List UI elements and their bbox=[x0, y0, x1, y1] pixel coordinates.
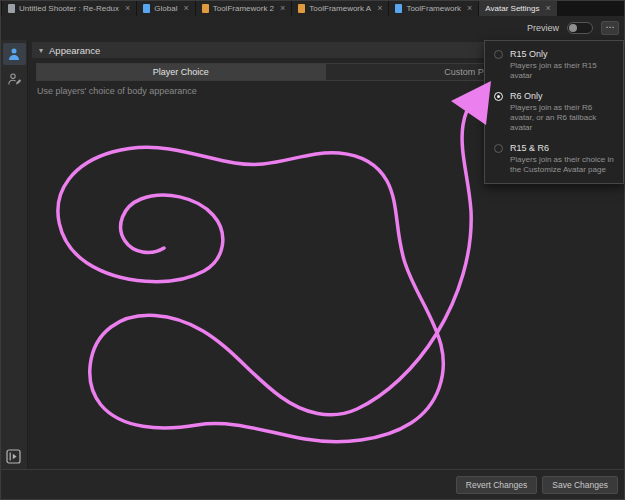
tab-label: ToolFramework A bbox=[309, 4, 371, 13]
document-tabstrip: Untitled Shooter : Re-Redux × Global × T… bbox=[1, 1, 624, 16]
sidebar-item-avatar-editor[interactable] bbox=[3, 68, 26, 90]
person-icon bbox=[7, 47, 21, 61]
revert-changes-button[interactable]: Revert Changes bbox=[456, 476, 537, 494]
option-description: Players join as their R6 avatar, or an R… bbox=[510, 103, 615, 133]
panel-expand-button[interactable] bbox=[5, 448, 22, 465]
tab-label: ToolFramework 2 bbox=[213, 4, 274, 13]
script-icon bbox=[202, 4, 209, 13]
radio-selected-icon[interactable] bbox=[494, 92, 503, 101]
appearance-hint-text: Use players' choice of body appearance bbox=[37, 86, 197, 96]
doc-tab-toolframework-a[interactable]: ToolFramework A × bbox=[292, 1, 388, 16]
option-r6-only[interactable]: R6 Only Players join as their R6 avatar,… bbox=[485, 86, 623, 138]
close-icon[interactable]: × bbox=[545, 4, 550, 13]
chevron-down-icon[interactable]: ▾ bbox=[39, 46, 43, 55]
tab-player-choice[interactable]: Player Choice bbox=[37, 64, 325, 80]
radio-icon[interactable] bbox=[494, 144, 503, 153]
tab-label: Avatar Settings bbox=[485, 4, 539, 13]
close-icon[interactable]: × bbox=[377, 4, 382, 13]
tab-label: Global bbox=[154, 4, 177, 13]
preview-toolbar: Preview ⋯ bbox=[1, 16, 624, 40]
option-description: Players join as their R15 avatar bbox=[510, 61, 615, 81]
section-title: Appearance bbox=[49, 45, 100, 56]
option-r15-and-r6[interactable]: R15 & R6 Players join as their choice in… bbox=[485, 138, 623, 180]
close-icon[interactable]: × bbox=[183, 4, 188, 13]
tab-label: Untitled Shooter : Re-Redux bbox=[19, 4, 119, 13]
preview-toggle[interactable] bbox=[567, 22, 593, 34]
script-icon bbox=[298, 4, 305, 13]
panel-expand-icon bbox=[6, 449, 21, 464]
option-title: R15 & R6 bbox=[510, 143, 615, 153]
script-icon bbox=[8, 4, 15, 13]
option-title: R6 Only bbox=[510, 91, 615, 101]
person-edit-icon bbox=[7, 72, 21, 86]
sidebar-item-avatar-appearance[interactable] bbox=[3, 43, 26, 65]
option-description: Players join as their choice in the Cust… bbox=[510, 155, 615, 175]
script-icon bbox=[143, 4, 150, 13]
toggle-knob bbox=[569, 24, 577, 32]
avatar-type-dropdown: R15 Only Players join as their R15 avata… bbox=[484, 40, 624, 184]
option-title: R15 Only bbox=[510, 49, 615, 59]
save-changes-button[interactable]: Save Changes bbox=[542, 476, 618, 494]
studio-window: Untitled Shooter : Re-Redux × Global × T… bbox=[0, 0, 625, 500]
doc-tab-toolframework-2[interactable]: ToolFramework 2 × bbox=[196, 1, 292, 16]
doc-tab-avatar-settings[interactable]: Avatar Settings × bbox=[479, 1, 556, 16]
doc-tab-toolframework[interactable]: ToolFramework × bbox=[389, 1, 478, 16]
script-icon bbox=[395, 4, 402, 13]
option-r15-only[interactable]: R15 Only Players join as their R15 avata… bbox=[485, 44, 623, 86]
close-icon[interactable]: × bbox=[467, 4, 472, 13]
radio-icon[interactable] bbox=[494, 50, 503, 59]
tab-label: ToolFramework bbox=[406, 4, 461, 13]
doc-tab-global[interactable]: Global × bbox=[137, 1, 194, 16]
close-icon[interactable]: × bbox=[280, 4, 285, 13]
close-icon[interactable]: × bbox=[125, 4, 130, 13]
footer-bar: Revert Changes Save Changes bbox=[1, 469, 624, 499]
preview-label: Preview bbox=[527, 23, 559, 33]
doc-tab-untitled-shooter[interactable]: Untitled Shooter : Re-Redux × bbox=[2, 1, 136, 16]
more-options-button[interactable]: ⋯ bbox=[601, 21, 619, 35]
settings-sidebar bbox=[1, 40, 28, 469]
